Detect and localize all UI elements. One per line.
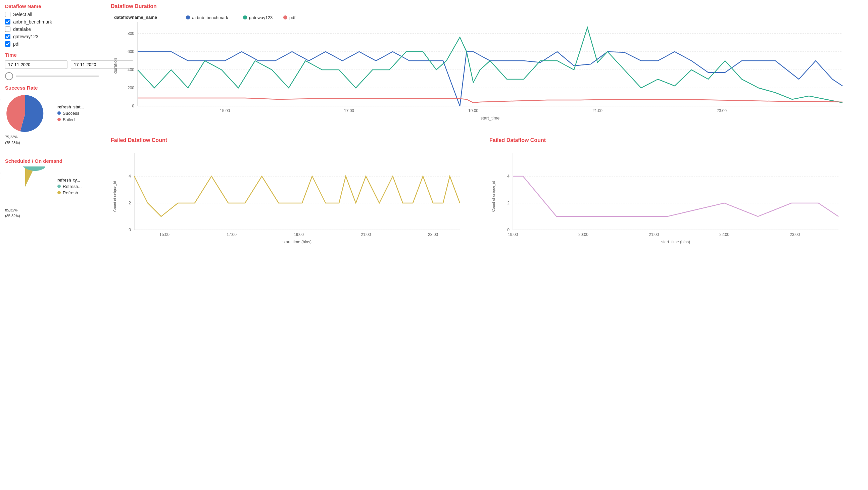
svg-text:800: 800: [128, 31, 134, 36]
checkbox-pdf[interactable]: pdf: [5, 41, 99, 47]
legend-failed-dot: [57, 118, 61, 121]
legend-refresh2-dot: [57, 191, 61, 194]
scheduled-section: Scheduled / On demand 14,68% (14,68%) 85…: [5, 158, 99, 208]
checkbox-gateway[interactable]: gateway123: [5, 34, 99, 39]
slider-knob[interactable]: [5, 72, 13, 80]
svg-text:21:00: 21:00: [361, 232, 371, 237]
checkbox-gateway-label: gateway123: [13, 34, 39, 39]
svg-text:17:00: 17:00: [226, 232, 237, 237]
failed-count-chart: 0 2 4 Count of unique_id 15:00 17:00 19:…: [111, 146, 467, 253]
svg-text:start_time: start_time: [480, 116, 499, 121]
legend-refresh2: Refresh...: [57, 190, 82, 195]
time-slider-container: [5, 72, 99, 80]
scheduled-legend-title: refresh_ty...: [57, 178, 82, 183]
scheduled-legend: refresh_ty... Refresh... Refresh...: [57, 178, 82, 197]
legend-refresh1-label: Refresh...: [63, 184, 82, 189]
checkbox-datalake-input[interactable]: [5, 27, 10, 32]
svg-text:21:00: 21:00: [592, 109, 602, 113]
scheduled-pie-chart: [5, 166, 45, 207]
legend-refresh2-label: Refresh...: [63, 190, 82, 195]
select-all-label: Select all: [13, 12, 32, 17]
svg-text:19:00: 19:00: [508, 232, 518, 237]
scheduled-large-pct: 85,32% (85,32%): [5, 207, 20, 218]
checkbox-pdf-input[interactable]: [5, 41, 10, 47]
failed-pct2: (24,77%): [0, 102, 1, 108]
main-content: Dataflow Duration dataflowname_name airb…: [104, 0, 868, 490]
success-pct2: (75,23%): [5, 140, 20, 146]
slider-track[interactable]: [16, 75, 99, 77]
svg-text:15:00: 15:00: [159, 232, 169, 237]
dataflow-section-title: Dataflow Name: [5, 3, 99, 9]
legend-success-dot: [57, 112, 61, 115]
duration-chart-section: Dataflow Duration dataflowname_name airb…: [111, 3, 861, 127]
svg-point-0: [186, 16, 190, 20]
success-legend: refresh_stat... Success Failed: [57, 105, 84, 123]
svg-text:400: 400: [128, 67, 134, 72]
sidebar: Dataflow Name Select all airbnb_benchmar…: [0, 0, 104, 490]
failed-pct: 24,77%: [0, 97, 1, 102]
svg-text:17:00: 17:00: [344, 109, 354, 113]
select-all-checkbox[interactable]: [5, 12, 10, 17]
svg-text:22:00: 22:00: [719, 232, 730, 237]
svg-text:19:00: 19:00: [294, 232, 304, 237]
scheduled-pie-wrapper: 14,68% (14,68%) 85,32% (85,32%): [5, 166, 45, 208]
svg-text:23:00: 23:00: [717, 109, 727, 113]
scheduled-pie-container: 14,68% (14,68%) 85,32% (85,32%) refresh_…: [5, 166, 99, 208]
svg-text:20:00: 20:00: [578, 232, 588, 237]
success-pie-container: 24,77% (24,77%) 75,23% (75,23%) refresh_…: [5, 93, 99, 134]
legend-success-label: Success: [63, 111, 79, 116]
success-rate-title: Success Rate: [5, 85, 99, 91]
svg-text:Count of unique_id: Count of unique_id: [491, 181, 495, 212]
date-start-input[interactable]: [5, 60, 67, 69]
svg-text:15:00: 15:00: [220, 109, 230, 113]
success-pie-wrapper: 24,77% (24,77%) 75,23% (75,23%): [5, 93, 45, 134]
success-pct-labels: 24,77% (24,77%): [0, 97, 1, 108]
success-pie-chart: [5, 93, 45, 133]
svg-text:200: 200: [128, 86, 134, 90]
svg-text:duration: duration: [113, 58, 118, 74]
scheduled-title: Scheduled / On demand: [5, 158, 99, 164]
svg-point-4: [283, 16, 287, 20]
legend-failed: Failed: [57, 117, 84, 122]
svg-text:0: 0: [132, 104, 134, 109]
svg-point-2: [243, 16, 247, 20]
legend-refresh1: Refresh...: [57, 184, 82, 189]
svg-text:23:00: 23:00: [790, 232, 800, 237]
svg-text:pdf: pdf: [289, 15, 296, 20]
failed-count2-title: Failed Dataflow Count: [489, 137, 861, 143]
legend-refresh1-dot: [57, 185, 61, 188]
checkbox-airbnb[interactable]: airbnb_benchmark: [5, 19, 99, 25]
scheduled-large-pct1: 85,32%: [5, 207, 20, 213]
success-bottom-labels: 75,23% (75,23%): [5, 134, 20, 145]
duration-chart: dataflowname_name airbnb_benchmark gatew…: [111, 12, 849, 126]
checkbox-gateway-input[interactable]: [5, 34, 10, 39]
date-inputs: [5, 60, 99, 69]
failed-count2-chart: 0 2 4 Count of unique_id 19:00 20:00 21:…: [489, 146, 845, 253]
svg-text:Count of unique_id: Count of unique_id: [113, 181, 117, 212]
svg-text:airbnb_benchmark: airbnb_benchmark: [192, 15, 228, 20]
legend-success: Success: [57, 111, 84, 116]
scheduled-small-pct2: (14,68%): [0, 176, 1, 181]
scheduled-large-pct2: (85,32%): [5, 213, 20, 219]
select-all-item[interactable]: Select all: [5, 12, 99, 17]
svg-text:start_time (bins): start_time (bins): [283, 240, 311, 244]
checkbox-datalake[interactable]: datalake: [5, 27, 99, 32]
svg-text:2: 2: [129, 201, 131, 205]
svg-text:19:00: 19:00: [468, 109, 478, 113]
failed-count-chart-section: Failed Dataflow Count 0 2 4 Count of uni…: [111, 137, 483, 254]
svg-text:600: 600: [128, 49, 134, 54]
svg-text:4: 4: [129, 174, 131, 179]
time-section: Time: [5, 52, 99, 80]
svg-text:0: 0: [507, 227, 509, 232]
legend-failed-label: Failed: [63, 117, 74, 122]
success-pct: 75,23%: [5, 134, 20, 140]
checkbox-datalake-label: datalake: [13, 27, 31, 32]
svg-text:0: 0: [129, 227, 131, 232]
svg-text:4: 4: [507, 174, 509, 179]
svg-text:start_time (bins): start_time (bins): [661, 240, 690, 244]
duration-chart-title: Dataflow Duration: [111, 3, 861, 9]
svg-text:23:00: 23:00: [428, 232, 438, 237]
scheduled-small-pct: 14,68% (14,68%): [0, 170, 1, 181]
checkbox-airbnb-label: airbnb_benchmark: [13, 19, 52, 25]
checkbox-airbnb-input[interactable]: [5, 19, 10, 25]
